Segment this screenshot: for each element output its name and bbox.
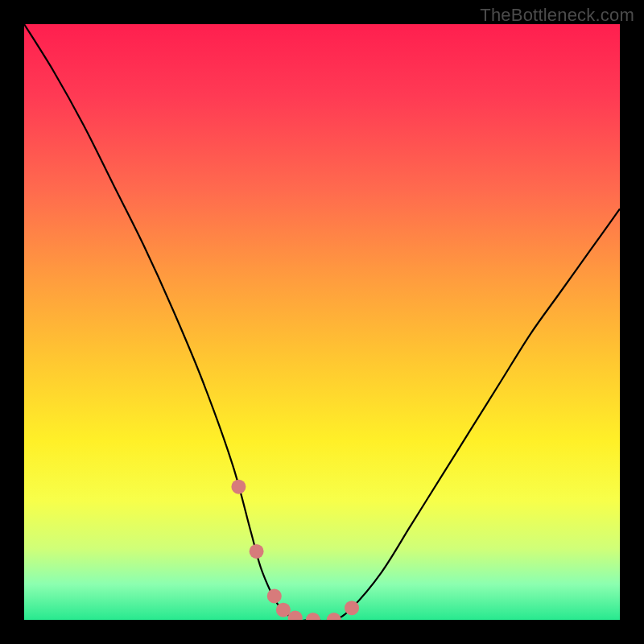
background-gradient bbox=[24, 24, 620, 620]
plot-area bbox=[24, 24, 620, 620]
watermark-text: TheBottleneck.com bbox=[480, 5, 634, 26]
svg-rect-0 bbox=[24, 24, 620, 620]
chart-frame: TheBottleneck.com bbox=[0, 0, 644, 644]
